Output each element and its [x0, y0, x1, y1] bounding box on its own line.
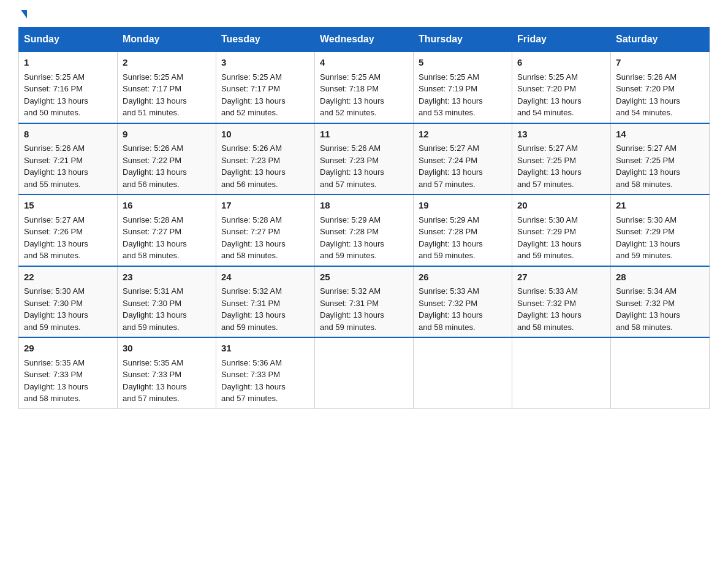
day-number: 28 — [616, 270, 704, 285]
day-number: 2 — [123, 56, 211, 70]
day-info: Sunrise: 5:25 AMSunset: 7:18 PMDaylight:… — [320, 72, 384, 118]
day-number: 12 — [419, 128, 507, 142]
day-info: Sunrise: 5:26 AMSunset: 7:21 PMDaylight:… — [24, 144, 88, 189]
day-info: Sunrise: 5:25 AMSunset: 7:19 PMDaylight:… — [419, 72, 483, 118]
calendar-cell: 19 Sunrise: 5:29 AMSunset: 7:28 PMDaylig… — [414, 194, 512, 266]
calendar-cell: 10 Sunrise: 5:26 AMSunset: 7:23 PMDaylig… — [216, 123, 315, 195]
day-number: 1 — [24, 56, 112, 70]
calendar-cell: 9 Sunrise: 5:26 AMSunset: 7:22 PMDayligh… — [118, 123, 216, 195]
day-number: 31 — [221, 342, 309, 356]
calendar-cell: 6 Sunrise: 5:25 AMSunset: 7:20 PMDayligh… — [512, 52, 611, 123]
calendar-cell: 4 Sunrise: 5:25 AMSunset: 7:18 PMDayligh… — [315, 52, 414, 123]
day-info: Sunrise: 5:26 AMSunset: 7:23 PMDaylight:… — [320, 144, 384, 189]
day-number: 3 — [221, 56, 309, 70]
day-number: 25 — [320, 270, 408, 285]
calendar-cell: 14 Sunrise: 5:27 AMSunset: 7:25 PMDaylig… — [611, 123, 710, 195]
header-saturday: Saturday — [611, 28, 710, 52]
day-number: 24 — [221, 270, 309, 285]
day-info: Sunrise: 5:32 AMSunset: 7:31 PMDaylight:… — [221, 286, 286, 332]
calendar-cell: 22 Sunrise: 5:30 AMSunset: 7:30 PMDaylig… — [19, 266, 118, 338]
calendar-cell — [611, 337, 710, 408]
calendar-cell: 13 Sunrise: 5:27 AMSunset: 7:25 PMDaylig… — [512, 123, 611, 195]
day-info: Sunrise: 5:25 AMSunset: 7:17 PMDaylight:… — [123, 72, 187, 118]
day-number: 8 — [24, 128, 112, 142]
day-info: Sunrise: 5:30 AMSunset: 7:29 PMDaylight:… — [517, 215, 582, 261]
day-number: 14 — [616, 128, 704, 142]
day-info: Sunrise: 5:34 AMSunset: 7:32 PMDaylight:… — [616, 286, 680, 332]
calendar-cell: 11 Sunrise: 5:26 AMSunset: 7:23 PMDaylig… — [315, 123, 414, 195]
calendar-cell: 18 Sunrise: 5:29 AMSunset: 7:28 PMDaylig… — [315, 194, 414, 266]
day-number: 22 — [24, 270, 112, 285]
day-number: 5 — [419, 56, 507, 70]
week-row-4: 22 Sunrise: 5:30 AMSunset: 7:30 PMDaylig… — [19, 266, 710, 338]
calendar-cell: 25 Sunrise: 5:32 AMSunset: 7:31 PMDaylig… — [315, 266, 414, 338]
week-row-2: 8 Sunrise: 5:26 AMSunset: 7:21 PMDayligh… — [19, 123, 710, 195]
day-info: Sunrise: 5:28 AMSunset: 7:27 PMDaylight:… — [123, 215, 187, 261]
calendar-cell: 17 Sunrise: 5:28 AMSunset: 7:27 PMDaylig… — [216, 194, 315, 266]
calendar-cell: 12 Sunrise: 5:27 AMSunset: 7:24 PMDaylig… — [414, 123, 512, 195]
header-monday: Monday — [118, 28, 216, 52]
calendar-cell: 21 Sunrise: 5:30 AMSunset: 7:29 PMDaylig… — [611, 194, 710, 266]
day-number: 13 — [517, 128, 605, 142]
calendar-cell: 15 Sunrise: 5:27 AMSunset: 7:26 PMDaylig… — [19, 194, 118, 266]
day-number: 6 — [517, 56, 605, 70]
day-number: 7 — [616, 56, 704, 70]
day-info: Sunrise: 5:27 AMSunset: 7:24 PMDaylight:… — [419, 144, 483, 189]
day-number: 19 — [419, 199, 507, 213]
day-number: 20 — [517, 199, 605, 213]
calendar-table: SundayMondayTuesdayWednesdayThursdayFrid… — [18, 27, 710, 409]
day-info: Sunrise: 5:32 AMSunset: 7:31 PMDaylight:… — [320, 286, 384, 332]
day-info: Sunrise: 5:30 AMSunset: 7:29 PMDaylight:… — [616, 215, 680, 261]
day-number: 21 — [616, 199, 704, 213]
header-thursday: Thursday — [414, 28, 512, 52]
logo-arrow-icon — [21, 10, 27, 18]
day-info: Sunrise: 5:35 AMSunset: 7:33 PMDaylight:… — [24, 358, 88, 404]
day-info: Sunrise: 5:33 AMSunset: 7:32 PMDaylight:… — [419, 286, 483, 332]
calendar-cell: 29 Sunrise: 5:35 AMSunset: 7:33 PMDaylig… — [19, 337, 118, 408]
day-number: 10 — [221, 128, 309, 142]
calendar-cell: 23 Sunrise: 5:31 AMSunset: 7:30 PMDaylig… — [118, 266, 216, 338]
day-number: 23 — [123, 270, 211, 285]
day-info: Sunrise: 5:27 AMSunset: 7:26 PMDaylight:… — [24, 215, 88, 261]
day-info: Sunrise: 5:28 AMSunset: 7:27 PMDaylight:… — [221, 215, 286, 261]
calendar-cell: 7 Sunrise: 5:26 AMSunset: 7:20 PMDayligh… — [611, 52, 710, 123]
calendar-cell: 31 Sunrise: 5:36 AMSunset: 7:33 PMDaylig… — [216, 337, 315, 408]
calendar-cell: 30 Sunrise: 5:35 AMSunset: 7:33 PMDaylig… — [118, 337, 216, 408]
day-info: Sunrise: 5:30 AMSunset: 7:30 PMDaylight:… — [24, 286, 88, 332]
day-number: 29 — [24, 342, 112, 356]
day-number: 27 — [517, 270, 605, 285]
day-info: Sunrise: 5:26 AMSunset: 7:22 PMDaylight:… — [123, 144, 187, 189]
day-info: Sunrise: 5:25 AMSunset: 7:20 PMDaylight:… — [517, 72, 582, 118]
calendar-cell: 24 Sunrise: 5:32 AMSunset: 7:31 PMDaylig… — [216, 266, 315, 338]
calendar-cell: 3 Sunrise: 5:25 AMSunset: 7:17 PMDayligh… — [216, 52, 315, 123]
calendar-cell: 28 Sunrise: 5:34 AMSunset: 7:32 PMDaylig… — [611, 266, 710, 338]
day-number: 17 — [221, 199, 309, 213]
calendar-cell: 1 Sunrise: 5:25 AMSunset: 7:16 PMDayligh… — [19, 52, 118, 123]
day-info: Sunrise: 5:25 AMSunset: 7:17 PMDaylight:… — [221, 72, 286, 118]
calendar-cell — [414, 337, 512, 408]
page-header — [18, 12, 710, 21]
header-friday: Friday — [512, 28, 611, 52]
header-sunday: Sunday — [19, 28, 118, 52]
calendar-cell — [512, 337, 611, 408]
header-wednesday: Wednesday — [315, 28, 414, 52]
day-number: 15 — [24, 199, 112, 213]
day-number: 9 — [123, 128, 211, 142]
day-info: Sunrise: 5:36 AMSunset: 7:33 PMDaylight:… — [221, 358, 286, 404]
day-info: Sunrise: 5:27 AMSunset: 7:25 PMDaylight:… — [616, 144, 680, 189]
day-info: Sunrise: 5:33 AMSunset: 7:32 PMDaylight:… — [517, 286, 582, 332]
calendar-cell: 16 Sunrise: 5:28 AMSunset: 7:27 PMDaylig… — [118, 194, 216, 266]
week-row-1: 1 Sunrise: 5:25 AMSunset: 7:16 PMDayligh… — [19, 52, 710, 123]
calendar-cell: 20 Sunrise: 5:30 AMSunset: 7:29 PMDaylig… — [512, 194, 611, 266]
day-info: Sunrise: 5:27 AMSunset: 7:25 PMDaylight:… — [517, 144, 582, 189]
day-info: Sunrise: 5:29 AMSunset: 7:28 PMDaylight:… — [320, 215, 384, 261]
header-tuesday: Tuesday — [216, 28, 315, 52]
day-info: Sunrise: 5:26 AMSunset: 7:23 PMDaylight:… — [221, 144, 286, 189]
day-number: 11 — [320, 128, 408, 142]
calendar-cell: 27 Sunrise: 5:33 AMSunset: 7:32 PMDaylig… — [512, 266, 611, 338]
calendar-cell: 26 Sunrise: 5:33 AMSunset: 7:32 PMDaylig… — [414, 266, 512, 338]
logo — [18, 12, 27, 21]
week-row-5: 29 Sunrise: 5:35 AMSunset: 7:33 PMDaylig… — [19, 337, 710, 408]
calendar-header-row: SundayMondayTuesdayWednesdayThursdayFrid… — [19, 28, 710, 52]
day-info: Sunrise: 5:29 AMSunset: 7:28 PMDaylight:… — [419, 215, 483, 261]
